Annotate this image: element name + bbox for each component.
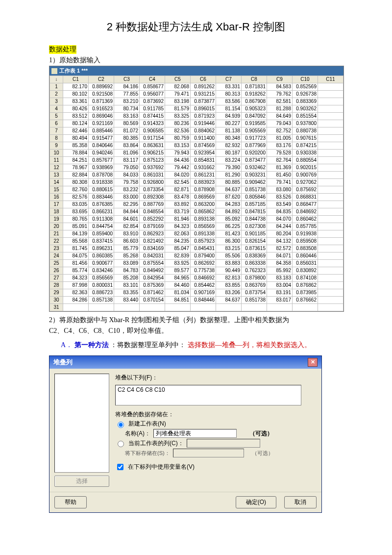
data-cell[interactable]: 0.920200 [242,150,267,157]
data-cell[interactable]: 82.572 [267,245,293,252]
data-cell[interactable]: 81.290 [216,172,242,179]
data-cell[interactable]: 0.873615 [242,245,267,252]
data-cell[interactable]: 0.880738 [293,127,318,135]
data-cell[interactable]: 0.900769 [293,172,318,179]
data-cell[interactable]: 79.471 [165,91,191,98]
data-cell[interactable]: 81.579 [165,105,191,113]
data-cell[interactable]: 82.854 [114,223,140,230]
data-cell[interactable]: 0.919938 [293,230,318,238]
radio-new-worksheet[interactable] [118,422,124,428]
data-cell[interactable]: 0.868477 [293,201,318,208]
data-cell[interactable] [318,289,343,297]
data-cell[interactable]: 85.091 [63,223,89,230]
data-cell[interactable]: 0.893138 [191,216,216,223]
data-cell[interactable]: 82.813 [216,275,242,282]
data-cell[interactable]: 85.568 [63,238,89,245]
data-cell[interactable]: 84.851 [165,297,191,304]
data-cell[interactable]: 0.921169 [89,120,114,127]
data-cell[interactable]: 0.871923 [191,113,216,120]
data-cell[interactable]: 80.227 [216,120,242,127]
data-cell[interactable]: 0.858677 [140,83,165,91]
data-cell[interactable]: 0.956077 [140,91,165,98]
data-cell[interactable]: 82.839 [165,252,191,260]
variable-listbox[interactable] [54,374,109,473]
data-cell[interactable]: 80.124 [63,120,89,127]
data-cell[interactable]: 81.423 [216,230,242,238]
data-cell[interactable]: 79.762 [267,91,293,98]
data-cell[interactable] [318,245,343,252]
data-cell[interactable]: 79.390 [216,164,242,172]
data-cell[interactable]: 0.874569 [191,142,216,150]
data-cell[interactable]: 0.905569 [242,127,267,135]
data-cell[interactable] [318,157,343,164]
data-cell[interactable]: 0.919446 [191,120,216,127]
data-cell[interactable]: 81.745 [63,245,89,252]
data-cell[interactable]: 82.363 [63,289,89,297]
data-cell[interactable]: 0.867908 [242,98,267,105]
data-cell[interactable]: 84.965 [165,275,191,282]
data-cell[interactable] [318,113,343,120]
data-cell[interactable]: 0.857677 [89,157,114,164]
data-cell[interactable]: 84.244 [267,223,293,230]
data-cell[interactable]: 80.308 [63,179,89,186]
data-cell[interactable]: 0.911785 [140,105,165,113]
data-cell[interactable]: 0.863338 [242,260,267,267]
data-cell[interactable]: 82.752 [267,127,293,135]
data-cell[interactable]: 87.620 [216,194,242,201]
data-cell[interactable]: 83.017 [267,297,293,304]
data-cell[interactable] [318,304,343,311]
data-cell[interactable]: 81.450 [267,172,293,179]
data-cell[interactable] [318,252,343,260]
data-cell[interactable]: 83.089 [114,260,140,267]
data-cell[interactable]: 80.759 [165,135,191,142]
data-cell[interactable]: 83.224 [216,157,242,164]
worksheet-name-input[interactable] [153,429,237,438]
data-cell[interactable]: 0.874215 [293,142,318,150]
data-cell[interactable] [318,150,343,157]
data-cell[interactable]: 80.348 [216,135,242,142]
data-cell[interactable]: 84.358 [267,260,293,267]
data-cell[interactable]: 0.875554 [140,260,165,267]
data-cell[interactable]: 83.198 [165,98,191,105]
data-cell[interactable]: 0.857185 [242,201,267,208]
data-cell[interactable]: 84.075 [63,252,89,260]
data-cell[interactable]: 80.765 [63,216,89,223]
stack-columns-input[interactable]: C2 C4 C6 C8 C10 [115,385,301,405]
data-cell[interactable]: 0.837415 [89,238,114,245]
data-cell[interactable] [114,304,140,311]
data-cell[interactable]: 83.163 [114,113,140,120]
data-cell[interactable] [318,260,343,267]
data-cell[interactable]: 0.875692 [293,186,318,194]
data-cell[interactable]: 0.848446 [191,297,216,304]
data-cell[interactable]: 84.186 [114,83,140,91]
data-cell[interactable]: 82.932 [216,142,242,150]
data-cell[interactable]: 82.295 [114,201,140,208]
help-button[interactable]: 帮助 [54,496,87,508]
data-cell[interactable]: 81.005 [267,135,293,142]
data-cell[interactable]: 83.355 [114,289,140,297]
data-cell[interactable]: 0.883923 [191,179,216,186]
data-cell[interactable]: 81.096 [114,150,140,157]
data-cell[interactable]: 0.838369 [242,252,267,260]
data-cell[interactable] [318,216,343,223]
data-cell[interactable]: 0.800031 [89,282,114,289]
data-cell[interactable]: 0.842031 [140,252,165,260]
data-cell[interactable]: 83.695 [63,208,89,216]
data-cell[interactable]: 0.805846 [242,194,267,201]
data-cell[interactable]: 83.080 [267,186,293,194]
data-cell[interactable]: 0.878908 [191,186,216,194]
data-cell[interactable]: 0.852569 [293,83,318,91]
data-cell[interactable]: 0.916523 [89,105,114,113]
data-cell[interactable] [318,201,343,208]
data-cell[interactable]: 0.879800 [242,275,267,282]
data-cell[interactable]: 0.907169 [191,289,216,297]
data-cell[interactable]: 81.072 [114,127,140,135]
data-cell[interactable]: 79.741 [267,179,293,186]
data-cell[interactable]: 0.842954 [140,275,165,282]
data-cell[interactable]: 0.891262 [191,83,216,91]
data-cell[interactable]: 0.896231 [89,245,114,252]
data-cell[interactable] [318,238,343,245]
data-cell[interactable] [318,275,343,282]
data-cell[interactable] [318,164,343,172]
data-cell[interactable]: 80.494 [63,135,89,142]
